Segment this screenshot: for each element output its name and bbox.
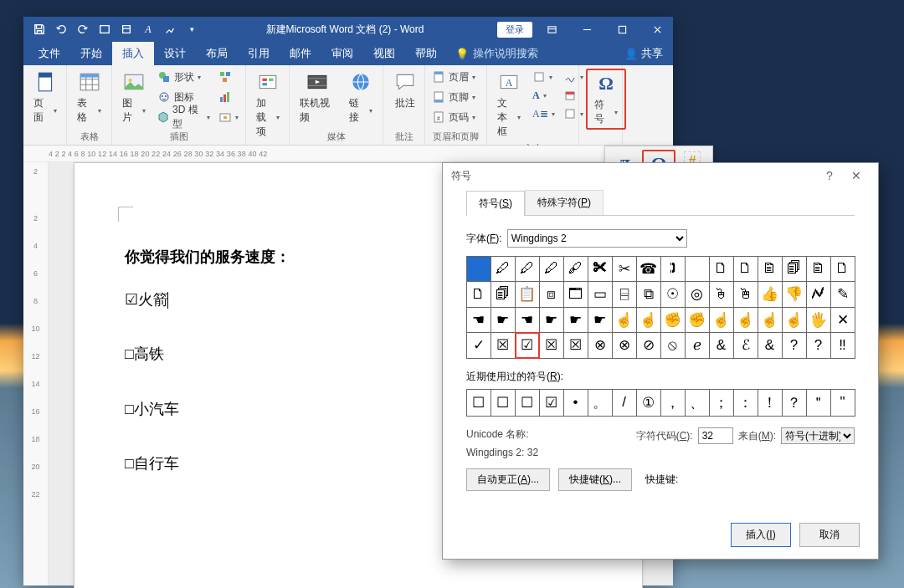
symbol-cell[interactable]: 🖊 [491, 256, 516, 283]
recent-symbol-cell[interactable]: 。 [588, 389, 613, 417]
symbol-cell[interactable]: ☒ [539, 332, 564, 359]
links-button[interactable]: 链接▾ [346, 69, 376, 126]
symbol-cell[interactable]: ⧈ [539, 281, 564, 308]
symbol-cell[interactable]: ⊘ [636, 332, 661, 359]
dialog-close-icon[interactable]: ✕ [843, 169, 870, 182]
symbol-cell[interactable]: ✀ [588, 256, 613, 283]
undo-icon[interactable] [52, 20, 70, 38]
autocorrect-button[interactable]: 自动更正(A)... [466, 468, 550, 491]
symbol-cell[interactable] [466, 256, 491, 283]
symbol-cell[interactable]: 👍 [758, 281, 783, 308]
recent-symbol-cell[interactable]: ☐ [515, 389, 540, 417]
recent-symbol-cell[interactable]: ＂ [806, 389, 831, 417]
symbol-cell[interactable]: 🗋 [466, 281, 491, 308]
pagenum-button[interactable]: #页码 ▾ [432, 109, 475, 125]
symbol-cell[interactable]: ℯ [685, 332, 710, 359]
symbol-cell[interactable]: ☛ [563, 307, 588, 334]
symbol-cell[interactable]: ☝ [733, 307, 758, 334]
addins-button[interactable]: 加载项▾ [253, 69, 283, 141]
text-mini-button[interactable]: ▾ [532, 69, 555, 85]
recent-symbol-cell[interactable]: / [612, 389, 637, 417]
symbol-cell[interactable]: ✂ [612, 256, 637, 283]
font-select[interactable]: Wingdings 2 [507, 229, 687, 248]
ribbon-display-icon[interactable] [536, 17, 568, 42]
symbol-cell[interactable]: ☑ [515, 332, 540, 359]
symbol-cell[interactable]: ▭ [588, 281, 613, 308]
symbol-cell[interactable]: ☛ [588, 307, 613, 334]
comment-button[interactable]: 批注 [390, 69, 420, 112]
tab-help[interactable]: 帮助 [405, 42, 447, 65]
symbol-cell[interactable]: ✓ [466, 332, 491, 359]
symbol-cell[interactable]: ☒ [491, 332, 516, 359]
symbol-cell[interactable]: 🗲 [806, 281, 831, 308]
recent-symbol-cell[interactable]: 、 [685, 389, 710, 417]
symbol-cell[interactable]: ☚ [466, 307, 491, 334]
horizontal-ruler[interactable]: 4 2 2 4 6 8 10 12 14 16 18 20 22 24 26 2… [23, 146, 673, 162]
symbol-cell[interactable]: 🗐 [491, 281, 516, 308]
dialog-help-icon[interactable]: ? [816, 169, 843, 182]
symbol-cell[interactable]: ☚ [515, 307, 540, 334]
symbol-cell[interactable]: ◎ [685, 281, 710, 308]
recent-symbol-cell[interactable]: ① [636, 389, 661, 417]
save-icon[interactable] [30, 20, 49, 38]
close-icon[interactable] [641, 17, 673, 42]
symbol-cell[interactable]: ✊ [660, 307, 686, 334]
symbol-cell[interactable]: ⌸ [612, 281, 637, 308]
symbol-cell[interactable]: ☛ [539, 307, 564, 334]
redo-icon[interactable] [74, 20, 92, 38]
symbol-cell[interactable]: ✕ [830, 307, 855, 334]
tab-symbols[interactable]: 符号(S) [466, 191, 525, 216]
pictures-button[interactable]: 图片▾ [119, 69, 149, 126]
recent-symbol-cell[interactable]: ， [660, 389, 686, 417]
symbol-cell[interactable]: ⧉ [636, 281, 661, 308]
tab-home[interactable]: 开始 [70, 42, 112, 65]
login-button[interactable]: 登录 [497, 22, 532, 38]
recent-symbol-cell[interactable]: ？ [782, 389, 807, 417]
maximize-icon[interactable] [606, 17, 638, 42]
symbol-cell[interactable]: ⦸ [660, 332, 686, 359]
footer-button[interactable]: 页脚 ▾ [432, 89, 475, 105]
table-button[interactable]: 表格▾ [74, 69, 105, 126]
recent-symbol-cell[interactable]: • [563, 389, 588, 417]
symbol-cell[interactable]: 🖐 [806, 307, 831, 334]
chart-button[interactable] [218, 89, 239, 105]
onlinevideo-button[interactable]: 联机视频 [296, 69, 337, 126]
header-button[interactable]: 页眉 ▾ [432, 69, 475, 85]
symbol-cell[interactable]: ☝ [709, 307, 734, 334]
symbol-cell[interactable]: 🖰 [709, 281, 734, 308]
tab-design[interactable]: 设计 [154, 42, 196, 65]
tab-view[interactable]: 视图 [363, 42, 405, 65]
symbol-cell[interactable]: ✊ [685, 307, 710, 334]
tell-me-search[interactable]: 💡 操作说明搜索 [447, 42, 547, 65]
symbol-cell[interactable]: 🗋 [830, 256, 855, 283]
symbol-cell[interactable]: ☝ [758, 307, 783, 334]
recent-symbol-cell[interactable]: ☐ [491, 389, 516, 417]
insert-button[interactable]: 插入(I) [731, 523, 791, 547]
symbol-cell[interactable]: ☒ [563, 332, 588, 359]
recent-symbol-cell[interactable]: " [830, 389, 855, 417]
symbol-cell[interactable]: ? [782, 332, 807, 359]
recent-symbol-cell[interactable]: ： [733, 389, 758, 417]
symbol-cell[interactable] [685, 256, 710, 283]
tab-file[interactable]: 文件 [28, 42, 70, 65]
symbol-cell[interactable]: 🗋 [709, 256, 734, 283]
smartart-button[interactable] [218, 69, 239, 85]
shortcut-button[interactable]: 快捷键(K)... [558, 468, 632, 491]
symbol-cell[interactable]: 🖋 [563, 256, 588, 283]
symbol-cell[interactable]: & [758, 332, 783, 359]
symbol-cell[interactable]: ⊗ [588, 332, 613, 359]
pages-button[interactable]: 页面▾ [30, 69, 60, 126]
symbol-cell[interactable]: 🕽 [660, 256, 686, 283]
symbol-cell[interactable]: ☉ [660, 281, 686, 308]
symbol-cell[interactable]: ? [806, 332, 831, 359]
symbol-cell[interactable]: 🖊 [515, 256, 540, 283]
recent-symbol-cell[interactable]: ☐ [466, 389, 491, 417]
symbol-button[interactable]: Ω 符号▾ [586, 69, 626, 130]
qat-icon[interactable] [161, 20, 179, 38]
tab-specialchars[interactable]: 特殊字符(P) [525, 190, 604, 215]
qat-icon[interactable]: A [139, 20, 157, 38]
symbol-cell[interactable]: 🖊 [539, 256, 564, 283]
symbol-cell[interactable]: ⊗ [612, 332, 637, 359]
symbol-cell[interactable]: ☛ [491, 307, 516, 334]
symbol-cell[interactable]: ☝ [636, 307, 661, 334]
